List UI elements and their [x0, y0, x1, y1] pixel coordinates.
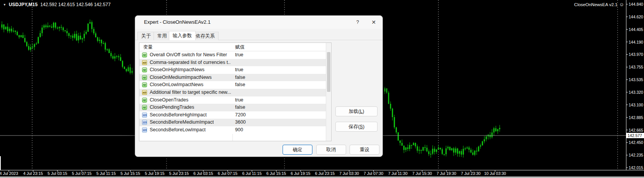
dialog-title: Expert - CloseOnNewsEAv2.1 — [144, 19, 211, 25]
price-tick-label: 142.450 — [629, 140, 643, 145]
load-button[interactable]: 加载(L) — [335, 106, 378, 116]
boolean-param-icon — [142, 67, 147, 72]
ohlc-values: 142.592 142.615 142.546 142.577 — [40, 2, 111, 7]
time-tick-label: 6 Jul 23:15 — [315, 171, 335, 176]
price-tick-label: 143.970 — [629, 52, 643, 57]
param-value[interactable]: 7200 — [235, 112, 246, 118]
param-value[interactable]: true — [235, 67, 244, 72]
number-param-icon: 123 — [142, 127, 147, 132]
symbol-dropdown-icon[interactable]: ▼ — [3, 3, 6, 7]
table-rows: Overall On/Off switch for News Filtertru… — [139, 51, 326, 134]
inputs-table[interactable]: 变量 赋值 Overall On/Off switch for News Fil… — [139, 42, 332, 141]
param-row[interactable]: abComma-separated list of currencies t..… — [139, 59, 326, 67]
time-tick-label: 7 Jul 15:30 — [412, 171, 432, 176]
time-tick-label: 4 Jul 23:15 — [23, 171, 43, 176]
param-row[interactable]: 123SecondsBeforeMediumImpact3600 — [139, 119, 326, 126]
param-row[interactable]: 123SecondsBeforeHighImpact7200 — [139, 111, 326, 119]
time-tick-label: 4 Jul 2023 — [0, 171, 18, 176]
boolean-param-icon — [142, 82, 147, 87]
price-tick-label: 143.100 — [629, 103, 643, 107]
time-tick-label: 10 Jul 03:30 — [484, 171, 506, 176]
terminal-window: ▼ USDJPY,M15 142.592 142.615 142.546 142… — [0, 0, 644, 178]
price-tick-label: 142.885 — [629, 115, 643, 120]
price-tick-label: 143.535 — [629, 77, 643, 82]
boolean-param-icon — [142, 98, 147, 103]
param-row[interactable]: CloseOnHighImpactNewstrue — [139, 66, 326, 74]
param-name: Additional filter to target specific new… — [150, 90, 231, 95]
close-icon[interactable]: ✕ — [368, 18, 379, 26]
chart-header: ▼ USDJPY,M15 142.592 142.615 142.546 142… — [3, 2, 111, 7]
param-name: SecondsBeforeMediumImpact — [150, 119, 214, 125]
time-tick-label: 7 Jul 07:30 — [364, 171, 383, 176]
boolean-param-icon — [142, 52, 147, 57]
time-tick-label: 5 Jul 23:15 — [169, 171, 189, 176]
param-name: CloseOnHighImpactNews — [150, 67, 204, 72]
price-tick-label: 143.320 — [629, 90, 643, 95]
price-tick-label: 142.235 — [629, 153, 643, 157]
price-tick-label: 142.015 — [629, 165, 643, 170]
param-value[interactable]: true — [235, 97, 244, 103]
ok-button[interactable]: 确定 — [283, 145, 312, 155]
time-tick-label: 5 Jul 03:15 — [47, 171, 67, 176]
param-row[interactable]: ClosePendingTradesfalse — [139, 104, 326, 111]
param-name: CloseOnLowImpactNews — [150, 82, 203, 87]
param-value[interactable]: false — [235, 82, 245, 87]
param-value[interactable]: 3600 — [235, 119, 246, 125]
price-tick-label: 142.665 — [629, 128, 643, 132]
scrollbar-thumb[interactable] — [327, 52, 330, 92]
boolean-param-icon — [142, 75, 147, 80]
column-header-variable[interactable]: 变量 — [143, 44, 153, 51]
param-name: SecondsBeforeHighImpact — [150, 112, 207, 118]
price-tick-label: 144.840 — [629, 2, 643, 7]
param-name: ClosePendingTrades — [150, 105, 194, 110]
time-tick-label: 7 Jul 19:30 — [436, 171, 456, 176]
time-tick-label: 6 Jul 03:15 — [193, 171, 213, 176]
tab-dependencies[interactable]: 依存关系 — [192, 32, 219, 40]
tab-inputs[interactable]: 输入参数 — [169, 31, 196, 40]
dialog-titlebar[interactable]: Expert - CloseOnNewsEAv2.1 ? ✕ — [135, 16, 382, 29]
param-value[interactable]: true — [235, 52, 244, 57]
price-tick-label: 143.755 — [629, 65, 643, 69]
number-param-icon: 123 — [142, 120, 147, 125]
string-param-icon: ab — [142, 90, 147, 95]
param-row[interactable]: CloseOnLowImpactNewsfalse — [139, 81, 326, 89]
expert-properties-dialog: Expert - CloseOnNewsEAv2.1 ? ✕ 关于常用输入参数依… — [135, 15, 383, 157]
reset-button[interactable]: 重设 — [350, 145, 379, 155]
param-name: SecondsBeforeLowImpact — [150, 127, 206, 132]
dialog-tabs: 关于常用输入参数依存关系 — [135, 31, 382, 40]
price-tick-label: 144.405 — [629, 27, 643, 32]
column-header-value[interactable]: 赋值 — [235, 44, 245, 51]
table-scrollbar[interactable] — [326, 43, 331, 141]
param-row[interactable]: CloseOpenTradestrue — [139, 96, 326, 104]
time-tick-label: 5 Jul 07:15 — [72, 171, 92, 176]
save-button[interactable]: 保存(S) — [335, 122, 378, 132]
help-button[interactable]: ? — [352, 18, 363, 26]
table-header-row[interactable]: 变量 赋值 — [139, 43, 326, 51]
param-name: CloseOpenTrades — [150, 97, 188, 103]
price-tick-label: 144.620 — [629, 15, 643, 19]
time-tick-label: 6 Jul 15:15 — [266, 171, 286, 176]
param-row[interactable]: Overall On/Off switch for News Filtertru… — [139, 51, 326, 59]
time-tick-label: 7 Jul 03:30 — [339, 171, 359, 176]
param-row[interactable]: abAdditional filter to target specific n… — [139, 89, 326, 96]
tab-common[interactable]: 常用 — [154, 32, 171, 40]
cancel-button[interactable]: 取消 — [316, 145, 346, 155]
tab-about[interactable]: 关于 — [137, 32, 155, 40]
param-value[interactable]: false — [235, 105, 245, 110]
symbol-timeframe-label: USDJPY,M15 — [9, 2, 38, 7]
param-row[interactable]: 123SecondsBeforeLowImpact900 — [139, 126, 326, 134]
ea-chart-label: CloseOnNewsEA v2.1 ☺ — [574, 2, 624, 7]
time-tick-label: 6 Jul 11:15 — [242, 171, 262, 176]
time-tick-label: 7 Jul 23:30 — [461, 171, 481, 176]
param-name: Overall On/Off switch for News Filter — [150, 52, 227, 57]
param-name: Comma-separated list of currencies t... — [150, 60, 231, 65]
param-value[interactable]: 900 — [235, 127, 243, 132]
ea-name-label: CloseOnNewsEA v2.1 — [574, 2, 618, 7]
time-tick-label: 5 Jul 11:15 — [96, 171, 116, 176]
param-name: CloseOnMediumImpactNews — [150, 75, 212, 80]
time-tick-label: 6 Jul 07:15 — [218, 171, 237, 176]
param-row[interactable]: CloseOnMediumImpactNewsfalse — [139, 74, 326, 82]
string-param-icon: ab — [142, 60, 147, 65]
param-value[interactable]: false — [235, 75, 245, 80]
ea-smiley-icon[interactable]: ☺ — [619, 2, 624, 7]
